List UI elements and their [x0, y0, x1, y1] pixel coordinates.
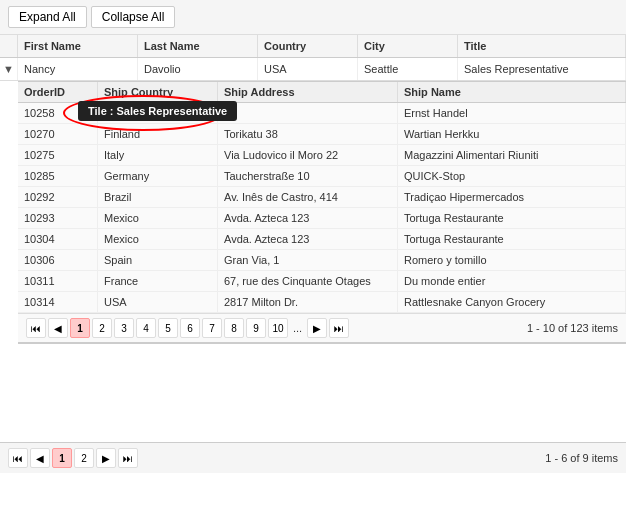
orderid-10270: 10270: [18, 124, 98, 144]
inner-row-10292[interactable]: 10292 Brazil Av. Inês de Castro, 414 Tra…: [18, 187, 626, 208]
shipcountry-10314: USA: [98, 292, 218, 312]
shipaddress-10292: Av. Inês de Castro, 414: [218, 187, 398, 207]
outer-page-next[interactable]: ▶: [96, 448, 116, 468]
inner-header-shipaddress: Ship Address: [218, 82, 398, 102]
outer-grid-header: First Name Last Name Country City Title: [0, 35, 626, 58]
shipaddress-10258: [218, 103, 398, 123]
firstname-cell: Nancy: [18, 58, 138, 80]
inner-page-8[interactable]: 8: [224, 318, 244, 338]
orderid-10292: 10292: [18, 187, 98, 207]
orderid-10304: 10304: [18, 229, 98, 249]
main-container: Expand All Collapse All First Name Last …: [0, 0, 626, 473]
lastname-cell: Davolio: [138, 58, 258, 80]
outer-header-expand: [0, 35, 18, 57]
shipname-10314: Rattlesnake Canyon Grocery: [398, 292, 626, 312]
inner-row-10306[interactable]: 10306 Spain Gran Via, 1 Romero y tomillo: [18, 250, 626, 271]
orderid-10311: 10311: [18, 271, 98, 291]
outer-row-nancy[interactable]: ▼ Nancy Davolio USA Seattle Sales Repres…: [0, 58, 626, 81]
inner-page-prev[interactable]: ◀: [48, 318, 68, 338]
inner-page-controls: ⏮ ◀ 1 2 3 4 5 6 7 8 9 10 ... ▶ ⏭: [26, 318, 349, 338]
shipcountry-10304: Mexico: [98, 229, 218, 249]
shipname-10258: Ernst Handel: [398, 103, 626, 123]
inner-page-3[interactable]: 3: [114, 318, 134, 338]
shipaddress-10314: 2817 Milton Dr.: [218, 292, 398, 312]
shipaddress-10304: Avda. Azteca 123: [218, 229, 398, 249]
inner-page-7[interactable]: 7: [202, 318, 222, 338]
country-cell: USA: [258, 58, 358, 80]
outer-page-1[interactable]: 1: [52, 448, 72, 468]
shipcountry-10275: Italy: [98, 145, 218, 165]
outer-page-controls: ⏮ ◀ 1 2 ▶ ⏭: [8, 448, 138, 468]
outer-grid: First Name Last Name Country City Title …: [0, 35, 626, 473]
inner-page-last[interactable]: ⏭: [329, 318, 349, 338]
title-cell: Sales Representative: [458, 58, 626, 80]
orderid-10285: 10285: [18, 166, 98, 186]
outer-header-title: Title: [458, 35, 626, 57]
shipname-10306: Romero y tomillo: [398, 250, 626, 270]
inner-row-10285[interactable]: 10285 Germany Taucherstraße 10 QUICK-Sto…: [18, 166, 626, 187]
inner-page-2[interactable]: 2: [92, 318, 112, 338]
shipaddress-10285: Taucherstraße 10: [218, 166, 398, 186]
inner-row-10293[interactable]: 10293 Mexico Avda. Azteca 123 Tortuga Re…: [18, 208, 626, 229]
inner-page-1[interactable]: 1: [70, 318, 90, 338]
inner-row-10270[interactable]: 10270 Finland Torikatu 38 Wartian Herkku: [18, 124, 626, 145]
shipaddress-10275: Via Ludovico il Moro 22: [218, 145, 398, 165]
shipcountry-10285: Germany: [98, 166, 218, 186]
inner-header-shipname: Ship Name: [398, 82, 626, 102]
outer-grid-body: ▼ Nancy Davolio USA Seattle Sales Repres…: [0, 58, 626, 442]
shipcountry-10293: Mexico: [98, 208, 218, 228]
outer-header-city: City: [358, 35, 458, 57]
shipname-10293: Tortuga Restaurante: [398, 208, 626, 228]
inner-pagination: ⏮ ◀ 1 2 3 4 5 6 7 8 9 10 ... ▶ ⏭: [18, 313, 626, 342]
inner-row-10311[interactable]: 10311 France 67, rue des Cinquante Otage…: [18, 271, 626, 292]
inner-page-dots: ...: [290, 322, 305, 334]
inner-page-9[interactable]: 9: [246, 318, 266, 338]
shipcountry-10270: Finland: [98, 124, 218, 144]
outer-page-first[interactable]: ⏮: [8, 448, 28, 468]
collapse-all-button[interactable]: Collapse All: [91, 6, 176, 28]
inner-row-10258[interactable]: 10258 Austria Ernst Handel Tile : Sales …: [18, 103, 626, 124]
orderid-10314: 10314: [18, 292, 98, 312]
orderid-10275: 10275: [18, 145, 98, 165]
inner-page-6[interactable]: 6: [180, 318, 200, 338]
inner-page-first[interactable]: ⏮: [26, 318, 46, 338]
outer-page-summary: 1 - 6 of 9 items: [545, 452, 618, 464]
orderid-10306: 10306: [18, 250, 98, 270]
outer-page-last[interactable]: ⏭: [118, 448, 138, 468]
top-toolbar: Expand All Collapse All: [0, 0, 626, 35]
outer-page-2[interactable]: 2: [74, 448, 94, 468]
orderid-10258: 10258: [18, 103, 98, 123]
inner-page-next[interactable]: ▶: [307, 318, 327, 338]
city-cell: Seattle: [358, 58, 458, 80]
shipcountry-10311: France: [98, 271, 218, 291]
inner-grid-header: OrderID Ship Country Ship Address Ship N…: [18, 81, 626, 103]
shipaddress-10311: 67, rue des Cinquante Otages: [218, 271, 398, 291]
shipname-10292: Tradiçao Hipermercados: [398, 187, 626, 207]
inner-row-10314[interactable]: 10314 USA 2817 Milton Dr. Rattlesnake Ca…: [18, 292, 626, 313]
inner-grid-wrapper: OrderID Ship Country Ship Address Ship N…: [18, 81, 626, 344]
shipname-10275: Magazzini Alimentari Riuniti: [398, 145, 626, 165]
shipcountry-10258: Austria: [98, 103, 218, 123]
inner-header-orderid: OrderID: [18, 82, 98, 102]
shipaddress-10306: Gran Via, 1: [218, 250, 398, 270]
outer-header-lastname: Last Name: [138, 35, 258, 57]
shipcountry-10306: Spain: [98, 250, 218, 270]
inner-page-5[interactable]: 5: [158, 318, 178, 338]
outer-page-prev[interactable]: ◀: [30, 448, 50, 468]
expand-all-button[interactable]: Expand All: [8, 6, 87, 28]
inner-row-10304[interactable]: 10304 Mexico Avda. Azteca 123 Tortuga Re…: [18, 229, 626, 250]
inner-page-4[interactable]: 4: [136, 318, 156, 338]
expand-arrow-icon[interactable]: ▼: [0, 58, 18, 80]
outer-header-country: Country: [258, 35, 358, 57]
inner-header-shipcountry: Ship Country: [98, 82, 218, 102]
shipaddress-10270: Torikatu 38: [218, 124, 398, 144]
orderid-10293: 10293: [18, 208, 98, 228]
inner-row-10275[interactable]: 10275 Italy Via Ludovico il Moro 22 Maga…: [18, 145, 626, 166]
outer-header-firstname: First Name: [18, 35, 138, 57]
inner-page-summary: 1 - 10 of 123 items: [527, 322, 618, 334]
outer-pagination: ⏮ ◀ 1 2 ▶ ⏭ 1 - 6 of 9 items: [0, 442, 626, 473]
shipcountry-10292: Brazil: [98, 187, 218, 207]
inner-page-10[interactable]: 10: [268, 318, 288, 338]
shipaddress-10293: Avda. Azteca 123: [218, 208, 398, 228]
shipname-10304: Tortuga Restaurante: [398, 229, 626, 249]
